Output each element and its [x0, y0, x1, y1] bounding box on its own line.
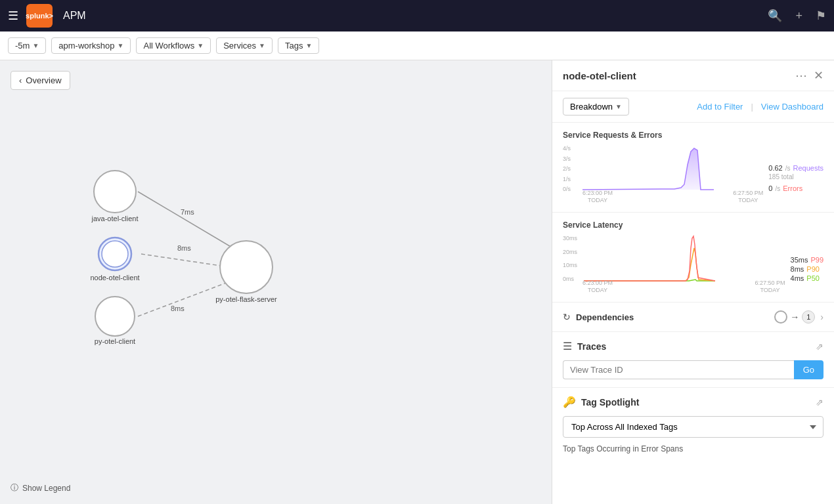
latency-x-axis: 6:23:00 PM TODAY 6:27:50 PM TODAY: [582, 280, 785, 294]
x-start: 6:23:00 PM TODAY: [582, 190, 613, 204]
add-icon[interactable]: +: [795, 9, 802, 23]
services-filter[interactable]: Services ▼: [216, 37, 273, 54]
workspace-filter[interactable]: apm-workshop ▼: [51, 37, 131, 54]
services-value: Services: [223, 41, 256, 51]
node-node-inner: [102, 241, 128, 267]
tag-expand-icon[interactable]: ⇗: [816, 397, 823, 408]
latency-svg: [584, 235, 785, 282]
requests-value-row: 0.62 /s Requests: [768, 164, 823, 172]
latency-y-10: 10ms: [563, 262, 582, 268]
workflows-arrow-icon: ▼: [197, 42, 204, 49]
tag-header: 🔑 Tag Spotlight ⇗: [563, 396, 823, 408]
trace-go-button[interactable]: Go: [794, 360, 823, 379]
requests-chart-labels: 0.62 /s Requests 185 total 0 /s Errors: [768, 145, 823, 204]
node-java-circle[interactable]: [94, 171, 136, 213]
hamburger-icon[interactable]: ☰: [8, 9, 18, 23]
traces-icon: ☰: [563, 340, 572, 352]
dep-source-circle: [774, 310, 787, 324]
p99-line: [584, 236, 715, 281]
services-arrow-icon: ▼: [259, 42, 265, 49]
overview-label: Overview: [26, 75, 61, 85]
workspace-value: apm-workshop: [58, 41, 114, 51]
node-flask-label: py-otel-flask-server: [215, 295, 277, 303]
latency-chart-wrap: 30ms 20ms 10ms 0ms: [563, 235, 823, 294]
breakdown-arrow-icon: ▼: [615, 103, 622, 110]
requests-value: 0.62: [768, 164, 782, 172]
trace-input-row: Go: [563, 360, 823, 379]
search-icon[interactable]: 🔍: [768, 9, 782, 23]
trace-id-input[interactable]: [563, 360, 794, 379]
node-flask-circle[interactable]: [220, 241, 273, 293]
latency-x-end: 6:27:50 PM TODAY: [755, 280, 785, 294]
p90-value: 8ms: [791, 265, 804, 273]
requests-y-axis: 4/s 3/s 2/s 1/s 0/s: [563, 145, 581, 192]
breakdown-button[interactable]: Breakdown ▼: [563, 98, 629, 116]
traces-header: ☰ Traces ⇗: [563, 340, 823, 352]
filter-bar: -5m ▼ apm-workshop ▼ All Workflows ▼ Ser…: [0, 32, 834, 60]
latency-y-0: 0ms: [563, 276, 582, 282]
tag-icon: 🔑: [563, 396, 576, 408]
errors-value: 0: [768, 184, 772, 192]
requests-chart-area: 4/s 3/s 2/s 1/s 0/s: [563, 145, 763, 204]
add-to-filter-link[interactable]: Add to Filter: [697, 102, 743, 112]
latency-chart-area: 30ms 20ms 10ms 0ms: [563, 235, 785, 294]
requests-total: 185 total: [768, 173, 823, 180]
bookmark-icon[interactable]: ⚑: [816, 9, 826, 23]
requests-unit: /s: [785, 165, 791, 172]
right-panel: node-otel-client ⋯ ✕ Breakdown ▼ Add to …: [552, 60, 834, 504]
workflows-filter[interactable]: All Workflows ▼: [136, 37, 211, 54]
workflows-value: All Workflows: [143, 41, 194, 51]
back-arrow-icon: ‹: [19, 75, 22, 85]
y-label-4: 4/s: [563, 145, 581, 152]
dependencies-title: Dependencies: [576, 312, 774, 322]
edge-label-node: 8ms: [177, 244, 191, 252]
breakdown-label: Breakdown: [570, 102, 613, 112]
y-label-3: 3/s: [563, 156, 581, 162]
tag-section: 🔑 Tag Spotlight ⇗ Top Across All Indexed…: [552, 388, 834, 461]
dependency-visual: → 1: [774, 310, 815, 324]
info-icon: ⓘ: [11, 482, 18, 494]
overview-button[interactable]: ‹ Overview: [11, 71, 70, 90]
y-label-1: 1/s: [563, 176, 581, 182]
time-value: -5m: [15, 41, 30, 51]
panel-header: node-otel-client ⋯ ✕: [552, 60, 834, 91]
p50-value: 4ms: [791, 274, 804, 282]
tags-arrow-icon: ▼: [305, 42, 312, 49]
requests-svg: [582, 145, 763, 192]
panel-actions: Breakdown ▼ Add to Filter | View Dashboa…: [552, 91, 834, 123]
workspace-arrow-icon: ▼: [118, 42, 124, 49]
node-node-label: node-otel-client: [90, 274, 139, 282]
panel-close-icon[interactable]: ✕: [814, 68, 823, 83]
latency-y-20: 20ms: [563, 249, 582, 255]
requests-x-axis: 6:23:00 PM TODAY 6:27:50 PM TODAY: [582, 190, 763, 204]
requests-label: Requests: [793, 164, 823, 172]
panel-title: node-otel-client: [563, 70, 795, 81]
splunk-logo: splunk>: [26, 4, 53, 28]
requests-chart-section: Service Requests & Errors 4/s 3/s 2/s 1/…: [552, 123, 834, 213]
tag-dropdown[interactable]: Top Across All Indexed Tags: [563, 416, 823, 438]
node-pyclient-circle[interactable]: [95, 297, 135, 336]
p99-label: P99: [810, 256, 823, 264]
tags-filter[interactable]: Tags ▼: [278, 37, 319, 54]
latency-chart-title: Service Latency: [563, 220, 823, 230]
traces-section: ☰ Traces ⇗ Go: [552, 332, 834, 388]
time-filter[interactable]: -5m ▼: [8, 37, 46, 54]
show-legend[interactable]: ⓘ Show Legend: [11, 482, 70, 494]
tag-spotlight-title: Tag Spotlight: [581, 397, 810, 408]
latency-chart-labels: 35ms P99 8ms P90 4ms P50: [791, 235, 823, 294]
dep-chevron-icon[interactable]: ›: [820, 312, 823, 322]
requests-chart-wrap: 4/s 3/s 2/s 1/s 0/s: [563, 145, 823, 204]
p99-value: 35ms: [791, 256, 808, 264]
service-graph-svg: 7ms 8ms 8ms java-otel-client node-otel-c…: [39, 139, 420, 388]
tag-dropdown-wrap: Top Across All Indexed Tags: [563, 416, 823, 438]
traces-expand-icon[interactable]: ⇗: [816, 341, 823, 352]
p50-row: 4ms P50: [791, 274, 823, 282]
panel-more-icon[interactable]: ⋯: [795, 68, 808, 83]
p90-row: 8ms P90: [791, 265, 823, 273]
view-dashboard-link[interactable]: View Dashboard: [761, 102, 823, 112]
show-legend-label: Show Legend: [22, 484, 70, 493]
y-label-2: 2/s: [563, 165, 581, 172]
dep-arrow-icon: →: [790, 312, 799, 322]
edge-label-java: 7ms: [181, 208, 194, 216]
latency-y-axis: 30ms 20ms 10ms 0ms: [563, 235, 582, 282]
